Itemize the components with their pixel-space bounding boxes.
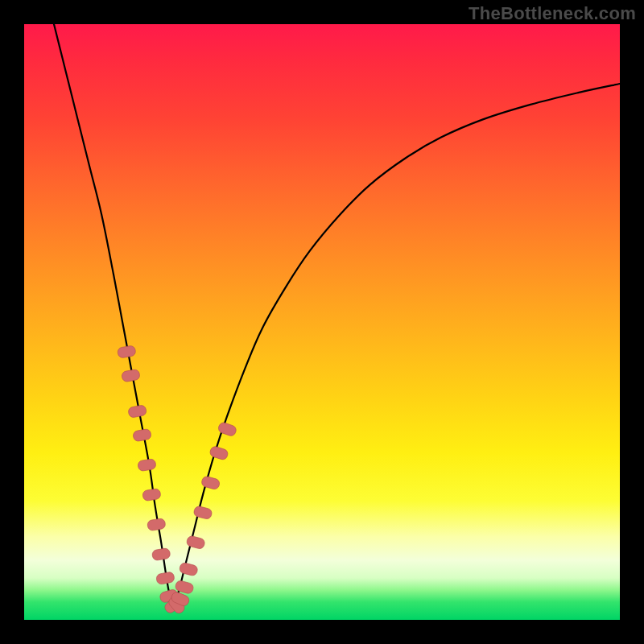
watermark-text: TheBottleneck.com bbox=[469, 3, 636, 24]
chart-frame: TheBottleneck.com bbox=[0, 0, 644, 644]
highlight-dot bbox=[200, 476, 221, 490]
highlight-dot bbox=[151, 547, 171, 560]
highlight-dot bbox=[147, 518, 166, 530]
bottleneck-curve bbox=[54, 24, 620, 604]
highlight-dot bbox=[155, 572, 175, 585]
highlight-dot bbox=[117, 345, 136, 359]
plot-area bbox=[24, 24, 620, 620]
highlight-dot bbox=[193, 506, 213, 520]
highlight-dot bbox=[133, 428, 152, 442]
highlight-dot bbox=[142, 488, 161, 501]
highlight-dot bbox=[209, 445, 229, 460]
highlight-dot bbox=[138, 458, 157, 471]
highlight-dot bbox=[128, 405, 147, 419]
highlight-dot bbox=[179, 562, 199, 576]
chart-overlay bbox=[24, 24, 620, 620]
highlight-dot bbox=[121, 369, 140, 382]
